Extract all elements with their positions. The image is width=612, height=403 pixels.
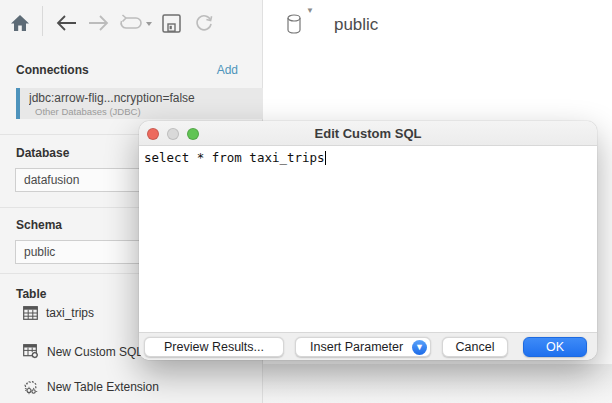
database-cylinder-icon[interactable]: ▼ bbox=[287, 14, 314, 35]
connection-type: Other Databases (JDBC) bbox=[29, 106, 263, 117]
database-value: datafusion bbox=[24, 173, 79, 187]
dialog-title: Edit Custom SQL bbox=[139, 121, 597, 146]
table-item-label: New Custom SQL bbox=[47, 345, 143, 359]
page-title: public bbox=[334, 15, 378, 35]
chevron-down-icon: ▼ bbox=[412, 340, 427, 355]
back-icon[interactable] bbox=[55, 12, 77, 34]
schema-value: public bbox=[24, 245, 55, 259]
table-item-label: New Table Extension bbox=[47, 380, 159, 394]
cancel-button[interactable]: Cancel bbox=[442, 337, 508, 357]
connection-name: jdbc:arrow-flig...ncryption=false bbox=[29, 91, 263, 105]
chevron-down-icon: ▼ bbox=[306, 6, 314, 15]
sql-text: select * from taxi_trips bbox=[144, 150, 325, 165]
add-connection-link[interactable]: Add bbox=[217, 63, 238, 77]
home-icon[interactable] bbox=[9, 12, 31, 34]
text-cursor bbox=[325, 151, 326, 165]
schema-label: Schema bbox=[16, 218, 62, 232]
data-grid-area bbox=[263, 364, 612, 403]
table-grid-icon bbox=[23, 306, 38, 320]
refresh-icon[interactable] bbox=[193, 12, 215, 34]
table-item-taxi-trips[interactable]: taxi_trips bbox=[23, 306, 94, 320]
save-icon[interactable] bbox=[160, 12, 182, 34]
edit-custom-sql-dialog: Edit Custom SQL select * from taxi_trips… bbox=[139, 121, 597, 360]
insert-parameter-button[interactable]: Insert Parameter ▼ bbox=[295, 337, 431, 357]
table-item-label: taxi_trips bbox=[46, 306, 94, 320]
sql-editor[interactable]: select * from taxi_trips bbox=[139, 147, 597, 332]
insert-parameter-label: Insert Parameter bbox=[310, 340, 403, 354]
connections-header: Connections bbox=[16, 63, 89, 77]
undo-dropdown-icon[interactable] bbox=[118, 12, 152, 34]
connection-item[interactable]: jdbc:arrow-flig...ncryption=false Other … bbox=[16, 88, 263, 119]
dialog-titlebar[interactable]: Edit Custom SQL bbox=[139, 121, 597, 146]
datasource-header: ▼ public bbox=[287, 14, 378, 35]
table-label: Table bbox=[16, 287, 46, 301]
new-table-extension-item[interactable]: New Table Extension bbox=[23, 379, 159, 395]
preview-results-button[interactable]: Preview Results... bbox=[144, 337, 284, 357]
forward-icon[interactable] bbox=[88, 12, 110, 34]
new-custom-sql-item[interactable]: New Custom SQL bbox=[23, 344, 143, 359]
ok-button[interactable]: OK bbox=[523, 337, 587, 357]
database-label: Database bbox=[16, 146, 69, 160]
toolbar-divider bbox=[42, 6, 43, 36]
toolbar bbox=[0, 0, 263, 55]
extension-gears-icon bbox=[23, 379, 39, 395]
dialog-footer: Preview Results... Insert Parameter ▼ Ca… bbox=[139, 332, 597, 360]
table-gear-icon bbox=[23, 344, 39, 359]
